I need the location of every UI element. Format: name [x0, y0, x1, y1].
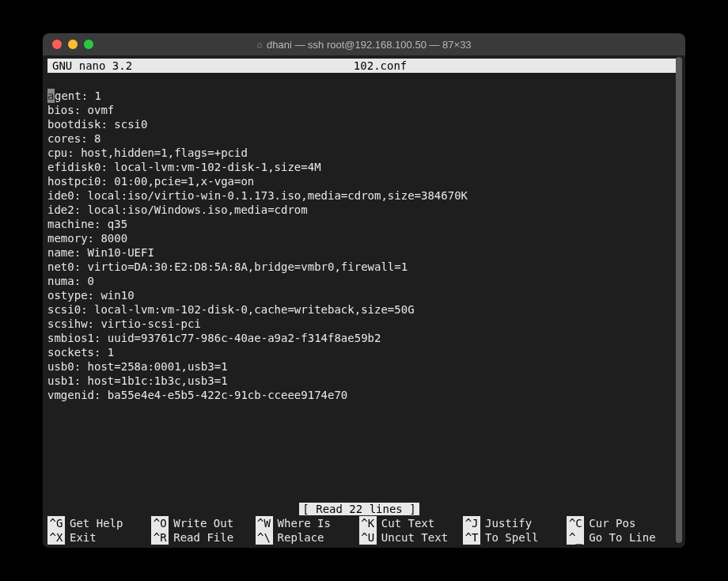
shortcut-item[interactable]: ^GGet Help [47, 516, 151, 530]
shortcut-key: ^O [151, 516, 169, 530]
maximize-icon[interactable] [84, 40, 93, 49]
shortcut-item[interactable]: ^TTo Spell [463, 530, 567, 545]
shortcut-label: Where Is [278, 516, 331, 530]
content-text: gent: 1 bios: ovmf bootdisk: scsi0 cores… [47, 89, 468, 401]
shortcut-item[interactable]: ^CCur Pos [567, 516, 670, 530]
shortcut-key: ^R [151, 530, 169, 545]
shortcut-item[interactable]: ^JJustify [463, 516, 567, 530]
shortcut-label: Go To Line [589, 530, 655, 545]
shortcut-label: Exit [70, 530, 97, 545]
shortcut-key: ^X [47, 530, 65, 545]
close-icon[interactable] [52, 40, 62, 49]
shortcut-label: Cut Text [381, 516, 434, 530]
shortcut-key: ^\ [256, 530, 273, 545]
scrollbar-thumb[interactable] [676, 57, 682, 543]
shortcut-item[interactable]: ^WWhere Is [256, 516, 359, 530]
traffic-lights [52, 40, 93, 49]
terminal-window: ⌂ dhani — ssh root@192.168.100.50 — 87×3… [43, 33, 685, 548]
minimize-icon[interactable] [68, 40, 78, 49]
shortcut-key: ^G [47, 516, 65, 530]
shortcut-item[interactable]: ^OWrite Out [151, 516, 255, 530]
shortcut-key: ^W [256, 516, 273, 530]
shortcut-item[interactable]: ^XExit [47, 530, 151, 545]
shortcut-key: ^K [359, 516, 377, 530]
title-text: dhani — ssh root@192.168.100.50 — 87×33 [267, 39, 472, 51]
shortcut-label: Read File [173, 530, 233, 545]
cursor: a [47, 89, 55, 103]
shortcut-label: Uncut Text [381, 530, 448, 545]
shortcut-label: Cur Pos [589, 516, 635, 530]
titlebar[interactable]: ⌂ dhani — ssh root@192.168.100.50 — 87×3… [43, 33, 685, 55]
shortcut-label: Get Help [70, 516, 123, 530]
scrollbar[interactable] [673, 57, 684, 543]
shortcut-key: ^J [463, 516, 480, 530]
shortcut-item[interactable]: ^\Replace [256, 530, 359, 545]
shortcut-row: ^GGet Help^OWrite Out^WWhere Is^KCut Tex… [47, 516, 671, 530]
shortcut-label: Justify [485, 516, 532, 530]
nano-app-name: GNU nano 3.2 [52, 59, 132, 73]
shortcut-label: Replace [278, 530, 324, 545]
window-title: ⌂ dhani — ssh root@192.168.100.50 — 87×3… [256, 39, 471, 51]
status-line: [ Read 22 lines ] [47, 502, 671, 516]
nano-header: GNU nano 3.2 102.conf [47, 59, 681, 73]
shortcut-item[interactable]: ^RRead File [151, 530, 255, 545]
shortcut-key: ^T [463, 530, 480, 545]
file-content[interactable]: agent: 1 bios: ovmf bootdisk: scsi0 core… [47, 74, 681, 402]
status-message: [ Read 22 lines ] [299, 503, 419, 515]
shortcut-row: ^XExit^RRead File^\Replace^UUncut Text^T… [47, 530, 671, 545]
nano-filename: 102.conf [132, 59, 628, 73]
shortcut-key: ^C [567, 516, 584, 530]
home-icon: ⌂ [256, 40, 262, 49]
shortcut-item[interactable]: ^KCut Text [359, 516, 463, 530]
terminal-body[interactable]: GNU nano 3.2 102.conf agent: 1 bios: ovm… [43, 55, 685, 548]
shortcut-bar: ^GGet Help^OWrite Out^WWhere Is^KCut Tex… [47, 516, 671, 545]
nano-modified-indicator [628, 59, 676, 73]
shortcut-key: ^_ [567, 530, 584, 545]
shortcut-item[interactable]: ^UUncut Text [359, 530, 463, 545]
shortcut-label: Write Out [173, 516, 233, 530]
shortcut-key: ^U [359, 530, 377, 545]
shortcut-item[interactable]: ^_Go To Line [567, 530, 670, 545]
shortcut-label: To Spell [485, 530, 538, 545]
nano-footer: [ Read 22 lines ] ^GGet Help^OWrite Out^… [47, 497, 671, 545]
